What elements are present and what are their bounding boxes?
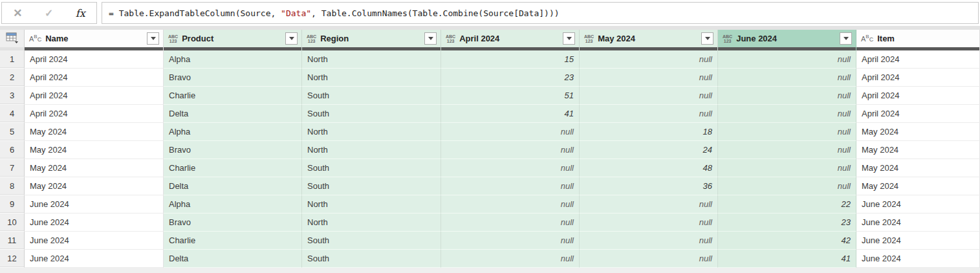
column-header-product[interactable]: ABC123Product bbox=[164, 30, 302, 50]
cell-may-2024[interactable]: null bbox=[580, 105, 718, 123]
cell-may-2024[interactable]: 18 bbox=[580, 123, 718, 141]
cell-june-2024[interactable]: 23 bbox=[718, 213, 856, 232]
cell-region[interactable]: North bbox=[302, 69, 441, 87]
cell-region[interactable]: South bbox=[302, 87, 441, 105]
cell-may-2024[interactable]: null bbox=[580, 87, 718, 105]
cell-product[interactable]: Charlie bbox=[164, 232, 302, 250]
cell-april-2024[interactable]: null bbox=[441, 232, 580, 250]
filter-dropdown-button[interactable] bbox=[840, 32, 852, 45]
cell-april-2024[interactable]: null bbox=[441, 250, 580, 268]
cell-item[interactable]: May 2024 bbox=[856, 177, 980, 195]
cell-may-2024[interactable]: null bbox=[580, 50, 718, 69]
column-header-name[interactable]: ABCName bbox=[25, 30, 164, 50]
cell-product[interactable]: Bravo bbox=[164, 69, 302, 87]
cell-item[interactable]: June 2024 bbox=[856, 213, 980, 232]
cell-name[interactable]: April 2024 bbox=[25, 50, 164, 69]
column-header-item[interactable]: ABCItem bbox=[856, 30, 980, 50]
column-header-may-2024[interactable]: ABC123May 2024 bbox=[580, 30, 718, 50]
cell-region[interactable]: South bbox=[302, 177, 441, 195]
cell-product[interactable]: Charlie bbox=[164, 87, 302, 105]
cell-june-2024[interactable]: null bbox=[718, 50, 856, 69]
cell-april-2024[interactable]: null bbox=[441, 177, 580, 195]
cell-region[interactable]: South bbox=[302, 159, 441, 177]
cell-item[interactable]: June 2024 bbox=[856, 195, 980, 213]
cell-may-2024[interactable]: 24 bbox=[580, 141, 718, 159]
filter-dropdown-button[interactable] bbox=[424, 32, 437, 45]
cell-name[interactable]: April 2024 bbox=[25, 87, 164, 105]
cell-product[interactable]: Bravo bbox=[164, 141, 302, 159]
cell-april-2024[interactable]: 23 bbox=[441, 69, 580, 87]
cell-product[interactable]: Alpha bbox=[164, 50, 302, 69]
cell-region[interactable]: South bbox=[302, 250, 441, 268]
cell-april-2024[interactable]: null bbox=[441, 195, 580, 213]
cell-june-2024[interactable]: null bbox=[718, 69, 856, 87]
cell-product[interactable]: Delta bbox=[164, 250, 302, 268]
cell-product[interactable]: Alpha bbox=[164, 195, 302, 213]
row-number[interactable]: 11 bbox=[0, 232, 25, 250]
row-number[interactable]: 7 bbox=[0, 159, 25, 177]
cell-june-2024[interactable]: 42 bbox=[718, 232, 856, 250]
cell-may-2024[interactable]: null bbox=[580, 195, 718, 213]
cell-may-2024[interactable]: null bbox=[580, 69, 718, 87]
cell-may-2024[interactable]: null bbox=[580, 250, 718, 268]
cell-name[interactable]: June 2024 bbox=[25, 232, 164, 250]
row-number[interactable]: 12 bbox=[0, 250, 25, 268]
cell-product[interactable]: Alpha bbox=[164, 123, 302, 141]
cell-april-2024[interactable]: null bbox=[441, 123, 580, 141]
cell-region[interactable]: North bbox=[302, 195, 441, 213]
cell-april-2024[interactable]: null bbox=[441, 213, 580, 232]
cell-item[interactable]: May 2024 bbox=[856, 159, 980, 177]
cell-name[interactable]: May 2024 bbox=[25, 141, 164, 159]
cell-item[interactable]: April 2024 bbox=[856, 50, 980, 69]
filter-dropdown-button[interactable] bbox=[285, 32, 298, 45]
check-icon[interactable]: ✓ bbox=[45, 7, 53, 19]
cell-april-2024[interactable]: null bbox=[441, 141, 580, 159]
cell-item[interactable]: May 2024 bbox=[856, 141, 980, 159]
cell-item[interactable]: April 2024 bbox=[856, 105, 980, 123]
cell-name[interactable]: April 2024 bbox=[25, 69, 164, 87]
cell-name[interactable]: May 2024 bbox=[25, 123, 164, 141]
cell-april-2024[interactable]: 41 bbox=[441, 105, 580, 123]
row-number[interactable]: 8 bbox=[0, 177, 25, 195]
formula-input[interactable]: = Table.ExpandTableColumn(Source, "Data"… bbox=[102, 2, 979, 24]
row-number[interactable]: 5 bbox=[0, 123, 25, 141]
cell-may-2024[interactable]: 48 bbox=[580, 159, 718, 177]
cell-june-2024[interactable]: 22 bbox=[718, 195, 856, 213]
cell-june-2024[interactable]: null bbox=[718, 123, 856, 141]
filter-dropdown-button[interactable] bbox=[701, 32, 713, 45]
cell-june-2024[interactable]: 41 bbox=[718, 250, 856, 268]
cell-name[interactable]: June 2024 bbox=[25, 195, 164, 213]
column-header-june-2024[interactable]: ABC123June 2024 bbox=[718, 30, 856, 50]
cell-item[interactable]: April 2024 bbox=[856, 87, 980, 105]
cell-name[interactable]: April 2024 bbox=[25, 105, 164, 123]
row-number[interactable]: 6 bbox=[0, 141, 25, 159]
column-header-april-2024[interactable]: ABC123April 2024 bbox=[441, 30, 580, 50]
column-header-region[interactable]: ABC123Region bbox=[302, 30, 441, 50]
cancel-icon[interactable]: ✕ bbox=[13, 6, 22, 20]
cell-may-2024[interactable]: 36 bbox=[580, 177, 718, 195]
filter-dropdown-button[interactable] bbox=[563, 32, 575, 45]
row-number[interactable]: 9 bbox=[0, 195, 25, 213]
cell-june-2024[interactable]: null bbox=[718, 87, 856, 105]
cell-june-2024[interactable]: null bbox=[718, 141, 856, 159]
cell-june-2024[interactable]: null bbox=[718, 177, 856, 195]
cell-may-2024[interactable]: null bbox=[580, 232, 718, 250]
cell-april-2024[interactable]: 51 bbox=[441, 87, 580, 105]
cell-region[interactable]: North bbox=[302, 50, 441, 69]
row-number[interactable]: 4 bbox=[0, 105, 25, 123]
cell-name[interactable]: May 2024 bbox=[25, 177, 164, 195]
cell-region[interactable]: South bbox=[302, 232, 441, 250]
cell-name[interactable]: May 2024 bbox=[25, 159, 164, 177]
row-number[interactable]: 1 bbox=[0, 50, 25, 69]
cell-product[interactable]: Bravo bbox=[164, 213, 302, 232]
row-number[interactable]: 3 bbox=[0, 87, 25, 105]
cell-june-2024[interactable]: null bbox=[718, 159, 856, 177]
cell-may-2024[interactable]: null bbox=[580, 213, 718, 232]
cell-june-2024[interactable]: null bbox=[718, 105, 856, 123]
cell-april-2024[interactable]: 15 bbox=[441, 50, 580, 69]
cell-item[interactable]: June 2024 bbox=[856, 232, 980, 250]
cell-region[interactable]: North bbox=[302, 123, 441, 141]
cell-region[interactable]: North bbox=[302, 141, 441, 159]
filter-dropdown-button[interactable] bbox=[147, 32, 159, 45]
cell-item[interactable]: May 2024 bbox=[856, 123, 980, 141]
